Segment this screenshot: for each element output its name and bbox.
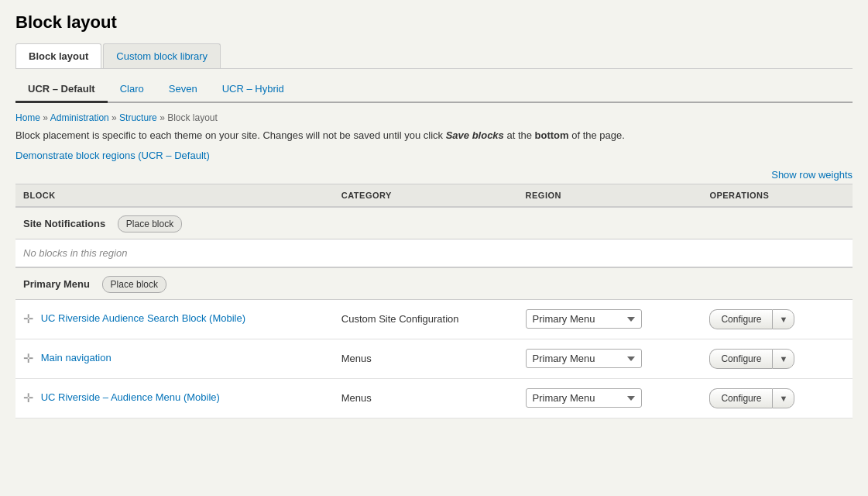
drag-handle-1[interactable]: ✛ <box>23 312 33 326</box>
place-block-btn-site-notifications[interactable]: Place block <box>118 215 182 232</box>
cell-operations-1: Configure ▼ <box>702 299 853 339</box>
secondary-tabs: UCR – Default Claro Seven UCR – Hybrid <box>15 77 853 103</box>
region-select-3[interactable]: Primary Menu Secondary Menu Header Sideb… <box>526 388 642 408</box>
region-select-1[interactable]: Primary Menu Secondary Menu Header Sideb… <box>526 309 642 329</box>
breadcrumb-structure[interactable]: Structure <box>119 112 157 123</box>
cell-category-1: Custom Site Configuration <box>334 299 518 339</box>
cell-operations-3: Configure ▼ <box>702 378 853 418</box>
cell-region-3: Primary Menu Secondary Menu Header Sideb… <box>518 378 702 418</box>
no-blocks-site-notifications: No blocks in this region <box>15 239 853 267</box>
region-select-2[interactable]: Primary Menu Secondary Menu Header Sideb… <box>526 349 642 368</box>
col-header-operations: OPERATIONS <box>702 184 853 207</box>
cell-operations-2: Configure ▼ <box>702 339 853 378</box>
drag-handle-3[interactable]: ✛ <box>23 391 33 405</box>
cell-category-2: Menus <box>334 339 518 378</box>
configure-button-1[interactable]: Configure <box>709 309 772 329</box>
configure-dropdown-btn-3[interactable]: ▼ <box>772 388 794 408</box>
col-header-block: BLOCK <box>15 184 334 207</box>
col-header-category: CATEGORY <box>334 184 518 207</box>
sub-tab-ucr-hybrid[interactable]: UCR – Hybrid <box>210 77 297 103</box>
place-block-btn-primary-menu[interactable]: Place block <box>102 276 166 293</box>
sub-tab-seven[interactable]: Seven <box>156 77 210 103</box>
configure-button-3[interactable]: Configure <box>709 388 772 408</box>
page-title: Block layout <box>15 12 853 33</box>
col-header-region: REGION <box>518 184 702 207</box>
drag-handle-2[interactable]: ✛ <box>23 352 33 365</box>
configure-dropdown-btn-1[interactable]: ▼ <box>772 309 794 329</box>
breadcrumb-home[interactable]: Home <box>15 112 40 123</box>
breadcrumb: Home » Administration » Structure » Bloc… <box>15 112 853 123</box>
breadcrumb-administration[interactable]: Administration <box>50 112 109 123</box>
section-header-primary-menu: Primary Menu Place block <box>15 267 853 300</box>
configure-btn-group-2: Configure ▼ <box>709 349 794 369</box>
configure-btn-group-1: Configure ▼ <box>709 309 794 329</box>
sub-tab-claro[interactable]: Claro <box>108 77 156 103</box>
configure-dropdown-btn-2[interactable]: ▼ <box>772 349 794 369</box>
primary-tabs: Block layout Custom block library <box>15 43 853 69</box>
sub-tab-ucr-default[interactable]: UCR – Default <box>15 77 108 103</box>
cell-region-2: Primary Menu Secondary Menu Header Sideb… <box>518 339 702 378</box>
tab-block-layout[interactable]: Block layout <box>15 43 101 68</box>
section-header-site-notifications: Site Notifications Place block <box>15 207 853 239</box>
region-select-wrapper-3: Primary Menu Secondary Menu Header Sideb… <box>526 388 642 408</box>
block-table: BLOCK CATEGORY REGION OPERATIONS Site No… <box>15 184 853 418</box>
region-select-wrapper-2: Primary Menu Secondary Menu Header Sideb… <box>526 349 642 368</box>
cell-block-name-2: ✛ Main navigation <box>15 339 334 378</box>
configure-btn-group-3: Configure ▼ <box>709 388 794 408</box>
block-link-3[interactable]: UC Riverside – Audience Menu (Mobile) <box>41 391 220 403</box>
tab-custom-block-library[interactable]: Custom block library <box>103 43 221 68</box>
section-title-site-notifications: Site Notifications <box>23 218 105 229</box>
block-link-2[interactable]: Main navigation <box>41 352 112 363</box>
cell-block-name-3: ✛ UC Riverside – Audience Menu (Mobile) <box>15 378 334 418</box>
show-row-weights-link[interactable]: Show row weights <box>771 169 853 181</box>
table-row: ✛ Main navigation Menus Primary Menu Sec… <box>15 339 853 378</box>
page-wrapper: Block layout Block layout Custom block l… <box>0 0 868 496</box>
demonstrate-regions-link[interactable]: Demonstrate block regions (UCR – Default… <box>15 150 210 161</box>
show-row-weights-wrapper: Show row weights <box>15 169 853 181</box>
cell-category-3: Menus <box>334 378 518 418</box>
configure-button-2[interactable]: Configure <box>709 349 772 369</box>
table-header-row: BLOCK CATEGORY REGION OPERATIONS <box>15 184 853 207</box>
cell-region-1: Primary Menu Secondary Menu Header Sideb… <box>518 299 702 339</box>
info-text: Block placement is specific to each them… <box>15 128 853 143</box>
cell-block-name-1: ✛ UC Riverside Audience Search Block (Mo… <box>15 299 334 339</box>
region-select-wrapper-1: Primary Menu Secondary Menu Header Sideb… <box>526 309 642 329</box>
no-blocks-text: No blocks in this region <box>23 247 127 259</box>
block-link-1[interactable]: UC Riverside Audience Search Block (Mobi… <box>41 312 245 324</box>
section-title-primary-menu: Primary Menu <box>23 278 90 290</box>
breadcrumb-current: Block layout <box>167 112 218 123</box>
table-row: ✛ UC Riverside – Audience Menu (Mobile) … <box>15 378 853 418</box>
table-row: ✛ UC Riverside Audience Search Block (Mo… <box>15 299 853 339</box>
